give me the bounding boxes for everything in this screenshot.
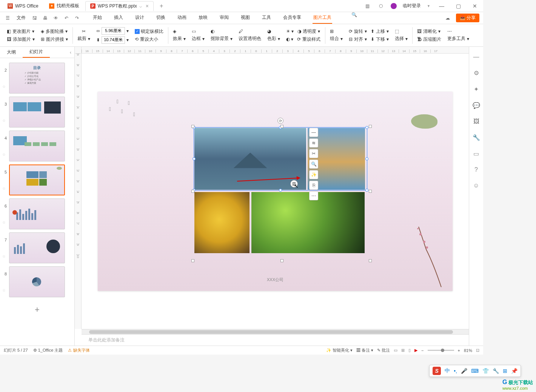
- chat-icon[interactable]: 💬: [473, 102, 480, 109]
- effect-button[interactable]: 效果 ▾: [173, 35, 186, 42]
- reset-style-button[interactable]: ◐ ▾ ⟳ 重设样式: [286, 36, 320, 43]
- select-button[interactable]: 选择 ▾: [395, 35, 408, 42]
- sorter-view-icon[interactable]: ⊞: [401, 348, 405, 353]
- smart-beautify-button[interactable]: ✨ 智能美化 ▾: [326, 347, 353, 353]
- page-icon[interactable]: ▭: [473, 150, 479, 157]
- theme-label[interactable]: ⚙ 1_Office 主题: [33, 347, 63, 353]
- multi-outline-button[interactable]: ◈ 多图轮播 ▾: [41, 28, 68, 35]
- thumb-slide-6[interactable]: [9, 198, 65, 229]
- horizontal-scrollbar[interactable]: [82, 329, 469, 334]
- lock-ratio-checkbox[interactable]: ✓锁定纵横比: [135, 28, 163, 35]
- minimize-button[interactable]: —: [436, 3, 447, 9]
- zoom-out-button[interactable]: −: [421, 348, 424, 353]
- thumb-slide-5[interactable]: [9, 164, 65, 195]
- image-leaves-green[interactable]: [251, 192, 365, 253]
- tab-dropdown-icon[interactable]: ⌵: [139, 3, 142, 9]
- undo-icon[interactable]: ↶: [63, 15, 70, 21]
- user-login-label[interactable]: 临时登录: [403, 3, 421, 9]
- maximize-button[interactable]: ▢: [453, 3, 464, 9]
- slide[interactable]: 𓅮 𓅯 𓅮 𓅯 𓅮: [98, 92, 453, 291]
- group-handle[interactable]: [369, 259, 372, 262]
- group-handle[interactable]: [369, 125, 372, 128]
- rotate-button[interactable]: ⟳ 旋转 ▾ ⬆ 上移 ▾: [349, 28, 389, 35]
- cloud-icon[interactable]: ☁: [444, 15, 451, 21]
- feedback-icon[interactable]: ☺: [473, 182, 479, 189]
- minus-icon[interactable]: —: [309, 128, 318, 137]
- copy-icon[interactable]: ⎘: [309, 181, 318, 190]
- close-window-button[interactable]: ✕: [470, 3, 480, 9]
- outline-tab[interactable]: 大纲: [0, 47, 23, 58]
- color-button[interactable]: 色彩 ▾: [267, 35, 280, 42]
- resize-handle[interactable]: [193, 157, 196, 160]
- border-button[interactable]: 边框 ▾: [192, 35, 205, 42]
- help-icon[interactable]: ?: [474, 166, 478, 173]
- slide-viewport[interactable]: 𓅮 𓅯 𓅮 𓅯 𓅮: [82, 54, 469, 329]
- thumb-slide-4[interactable]: [9, 131, 65, 161]
- collapse-icon[interactable]: —: [473, 54, 479, 60]
- fit-icon[interactable]: ⊡: [476, 348, 479, 353]
- sharpen-button[interactable]: 🖼 清晰化 ▾: [417, 28, 441, 35]
- zoom-slider[interactable]: [428, 350, 454, 351]
- remove-bg-button[interactable]: 抠除背景 ▾: [211, 35, 233, 42]
- group-handle[interactable]: [369, 190, 372, 193]
- thumb-slide-8[interactable]: [9, 266, 65, 297]
- group-handle[interactable]: [191, 190, 194, 193]
- cube-icon[interactable]: ⬡: [377, 3, 385, 9]
- tab-slideshow[interactable]: 放映: [198, 12, 208, 24]
- slides-tab[interactable]: 幻灯片: [23, 47, 50, 58]
- tab-animation[interactable]: 动画: [177, 12, 187, 24]
- search-icon[interactable]: 🔍: [309, 160, 318, 169]
- image-stitch-button[interactable]: ⊞ 图片拼接 ▾: [41, 36, 68, 43]
- user-avatar[interactable]: [391, 3, 397, 9]
- thumb-slide-3[interactable]: [9, 97, 65, 128]
- set-transparent-button[interactable]: 设置透明色: [239, 35, 261, 42]
- layout-icon[interactable]: ▥: [363, 3, 371, 9]
- change-image-button[interactable]: ◧ 更改图片 ▾: [7, 28, 35, 35]
- thumb-slide-2[interactable]: 目录✓ 介绍新功能✓ 介绍公司化✓ 详细介绍产品✓ 展现方案: [9, 63, 65, 94]
- group-handle[interactable]: [280, 259, 283, 262]
- hamburger-icon[interactable]: ☰: [4, 15, 11, 21]
- tab-start[interactable]: 开始: [92, 12, 103, 24]
- crop-button[interactable]: 裁剪 ▾: [77, 35, 90, 42]
- layers-icon[interactable]: ≋: [309, 138, 318, 148]
- zoom-level[interactable]: 81%: [464, 348, 472, 353]
- app-tab-template[interactable]: ✦ 找稻壳模板: [45, 1, 84, 11]
- compress-button[interactable]: 🗜 压缩图片: [417, 36, 441, 43]
- tab-view[interactable]: 视图: [240, 12, 251, 24]
- image-group[interactable]: ⟳ 🖼 ↖: [194, 127, 367, 259]
- missing-font-warning[interactable]: ⚠ 缺失字体: [68, 347, 89, 353]
- app-tab-wps[interactable]: W WPS Office: [3, 1, 43, 11]
- tab-member[interactable]: 会员专享: [282, 12, 302, 24]
- reading-view-icon[interactable]: ▯: [408, 348, 411, 353]
- slideshow-icon[interactable]: ▶: [414, 348, 417, 353]
- comments-toggle[interactable]: ✎ 批注: [377, 347, 390, 353]
- crop-icon[interactable]: ✂: [309, 149, 318, 158]
- settings-icon[interactable]: ⚙: [474, 69, 479, 77]
- reset-size-button[interactable]: ⟲ 重设大小: [135, 36, 163, 43]
- align-button[interactable]: ⊟ 对齐 ▾ ⬇ 下移 ▾: [349, 36, 389, 43]
- share-button[interactable]: 📤 分享: [456, 14, 479, 22]
- tab-transition[interactable]: 切换: [156, 12, 166, 24]
- star-icon[interactable]: ☆: [2, 85, 7, 89]
- group-handle[interactable]: [191, 125, 194, 128]
- more-icon[interactable]: ⋯: [309, 191, 318, 200]
- add-slide-button[interactable]: +: [0, 299, 74, 321]
- close-tab-icon[interactable]: ×: [146, 3, 149, 9]
- preview-icon[interactable]: 👁: [52, 15, 60, 21]
- normal-view-icon[interactable]: ▭: [394, 348, 397, 353]
- group-button[interactable]: 组合 ▾: [330, 35, 343, 42]
- collapse-panel-icon[interactable]: ‹: [70, 50, 71, 55]
- rotate-handle[interactable]: ⟳: [277, 118, 283, 124]
- resize-handle[interactable]: [365, 189, 368, 192]
- zoom-in-button[interactable]: +: [458, 348, 460, 353]
- sparkle-icon[interactable]: ✦: [474, 86, 479, 93]
- group-handle[interactable]: [191, 259, 194, 262]
- file-menu[interactable]: 文件: [14, 15, 28, 21]
- notes-placeholder[interactable]: 单击此处添加备注: [82, 334, 469, 346]
- resize-handle[interactable]: [365, 157, 368, 160]
- save-icon[interactable]: 🖫: [31, 15, 39, 21]
- resize-handle[interactable]: [365, 126, 368, 129]
- notes-toggle[interactable]: ☰ 备注 ▾: [356, 347, 373, 353]
- resize-handle[interactable]: [279, 189, 282, 192]
- tab-design[interactable]: 设计: [134, 12, 145, 24]
